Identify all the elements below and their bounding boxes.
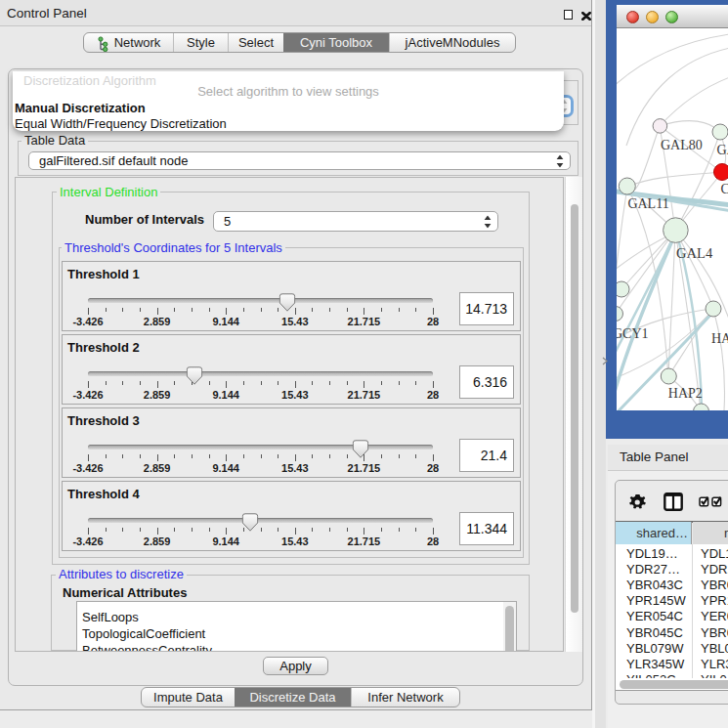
- svg-text:GAL4: GAL4: [676, 245, 713, 261]
- svg-text:CYC: CYC: [721, 182, 728, 196]
- svg-text:GAL80: GAL80: [661, 138, 703, 152]
- svg-text:HA: HA: [711, 331, 728, 346]
- svg-text:HAP2: HAP2: [668, 386, 703, 401]
- svg-text:GAL11: GAL11: [627, 196, 668, 211]
- svg-text:GCY1: GCY1: [617, 326, 649, 341]
- svg-text:GAL2: GAL2: [717, 143, 728, 157]
